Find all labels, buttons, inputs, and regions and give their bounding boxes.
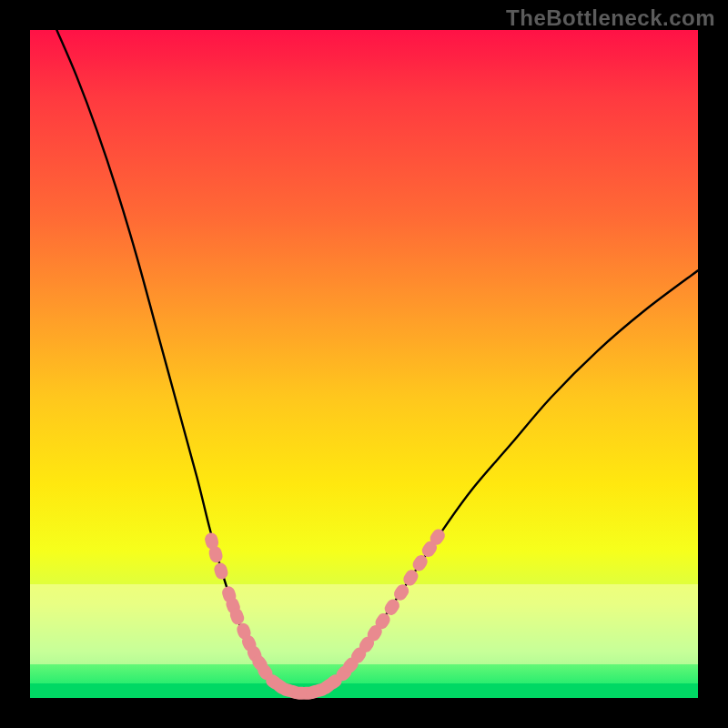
chart-frame: TheBottleneck.com [0,0,728,728]
curve-marker [213,561,230,581]
watermark-text: TheBottleneck.com [506,5,715,31]
curve-layer [30,30,698,698]
plot-area [30,30,698,698]
v-curve [56,30,698,694]
marker-group [204,527,448,701]
